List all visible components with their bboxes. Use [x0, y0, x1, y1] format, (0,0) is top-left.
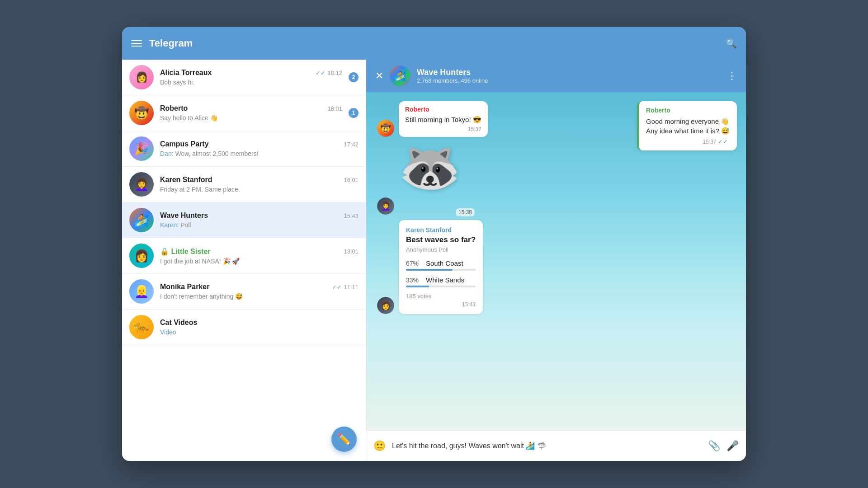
chat-item-alicia[interactable]: 👩 Alicia Torreaux ✓✓18:12 Bob says hi. 2 — [122, 60, 366, 95]
message-avatar: 👩 — [377, 297, 394, 314]
close-button[interactable]: ✕ — [375, 70, 383, 82]
chat-info: Karen Stanford 16:01 Friday at 2 PM. Sam… — [160, 176, 359, 193]
chat-preview: Bob says hi. — [160, 79, 342, 86]
app-header: Telegram 🔍 — [122, 27, 746, 60]
chat-item-campus[interactable]: 🎉 Campus Party 17:42 Dan: Wow, almost 2,… — [122, 131, 366, 167]
chat-preview: Say hello to Alice 👋 — [160, 114, 342, 122]
attach-button[interactable]: 📎 — [708, 440, 720, 452]
message-time: 15:37 — [405, 126, 481, 132]
search-icon[interactable]: 🔍 — [726, 38, 737, 49]
chat-preview: Dan: Wow, almost 2,500 members! — [160, 150, 359, 157]
message-sender: Roberto — [405, 106, 481, 113]
poll-subtitle: Anonymous Poll — [406, 246, 476, 253]
chat-preview: Karen: Poll — [160, 221, 359, 229]
poll-title: Best waves so far? — [406, 235, 476, 244]
chat-time: 18:01 — [327, 105, 342, 112]
chat-name: 🔒 Little Sister — [160, 247, 211, 256]
sidebar: 👩 Alicia Torreaux ✓✓18:12 Bob says hi. 2… — [122, 60, 366, 461]
group-name: Wave Hunters — [417, 68, 721, 77]
chat-time: 13:01 — [344, 248, 359, 255]
chat-topbar: ✕ 🏄 Wave Hunters 2,768 members, 496 onli… — [366, 60, 746, 92]
message-input[interactable] — [392, 442, 702, 450]
input-bar: 🙂 📎 🎤 — [366, 430, 746, 461]
chat-name: Roberto — [160, 104, 188, 113]
avatar: 🎉 — [129, 136, 154, 161]
chat-info: Wave Hunters 15:43 Karen: Poll — [160, 211, 359, 229]
poll-votes: 185 votes — [406, 293, 476, 300]
chat-name: Campus Party — [160, 140, 209, 148]
poll-option: 33% White Sands — [406, 276, 476, 287]
group-avatar: 🏄 — [390, 66, 410, 86]
chat-info: Roberto 18:01 Say hello to Alice 👋 — [160, 104, 342, 122]
poll-time: 15:43 — [406, 301, 476, 308]
chat-preview: I don't remember anything 😅 — [160, 293, 359, 300]
avatar: 👱‍♀️ — [129, 279, 154, 304]
chat-time: ✓✓11:11 — [332, 284, 359, 291]
chat-name: Monika Parker — [160, 283, 209, 291]
emoji-button[interactable]: 🙂 — [373, 440, 386, 452]
chat-info: 🔒 Little Sister 13:01 I got the job at N… — [160, 247, 359, 265]
message-avatar: 👩‍🦱 — [377, 197, 394, 215]
more-options-icon[interactable]: ⋮ — [727, 70, 737, 82]
avatar: 🐆 — [129, 315, 154, 339]
chat-info: Alicia Torreaux ✓✓18:12 Bob says hi. — [160, 69, 342, 86]
chat-item-monika[interactable]: 👱‍♀️ Monika Parker ✓✓11:11 I don't remem… — [122, 274, 366, 310]
quoted-text: Good morning everyone 👋Any idea what tim… — [646, 117, 730, 136]
message-avatar: 🤠 — [377, 120, 394, 137]
chat-item-roberto[interactable]: 🤠 Roberto 18:01 Say hello to Alice 👋 1 — [122, 95, 366, 131]
sticker-time: 15:38 — [456, 208, 475, 216]
poll-bubble: Karen Stanford Best waves so far? Anonym… — [399, 220, 483, 314]
avatar: 🏄 — [129, 208, 154, 232]
group-info: Wave Hunters 2,768 members, 496 online — [417, 68, 721, 84]
avatar: 🤠 — [129, 101, 154, 125]
poll-pct: 67% — [406, 260, 422, 267]
poll-pct: 33% — [406, 277, 422, 284]
unread-badge: 1 — [349, 108, 359, 118]
poll-option: 67% South Coast — [406, 259, 476, 271]
avatar: 👩‍🦱 — [129, 172, 154, 197]
chat-item-catvideos[interactable]: 🐆 Cat Videos Video — [122, 310, 366, 345]
quoted-time: 15:37 ✓✓ — [646, 138, 730, 145]
app-window: Telegram 🔍 👩 Alicia Torreaux ✓✓18:12 Bob… — [122, 27, 746, 461]
sticker: 🦝 15:38 — [399, 142, 471, 215]
poll-label: South Coast — [426, 259, 463, 267]
chat-list: 👩 Alicia Torreaux ✓✓18:12 Bob says hi. 2… — [122, 60, 366, 461]
chat-name: Alicia Torreaux — [160, 69, 212, 77]
chat-time: ✓✓18:12 — [316, 70, 342, 76]
avatar: 👩 — [129, 65, 154, 89]
chat-time: 16:01 — [344, 177, 359, 183]
message-bubble: Roberto Still morning in Tokyo! 😎 15:37 — [399, 101, 488, 137]
chat-info: Monika Parker ✓✓11:11 I don't remember a… — [160, 283, 359, 300]
avatar: 👩 — [129, 244, 154, 268]
chat-background: 🤠 Roberto Still morning in Tokyo! 😎 15:3… — [366, 92, 746, 430]
menu-icon[interactable] — [131, 40, 142, 47]
chat-item-littlesister[interactable]: 👩 🔒 Little Sister 13:01 I got the job at… — [122, 238, 366, 274]
chat-item-wavehunters[interactable]: 🏄 Wave Hunters 15:43 Karen: Poll — [122, 202, 366, 238]
chat-preview: Friday at 2 PM. Same place. — [160, 186, 359, 193]
app-body: 👩 Alicia Torreaux ✓✓18:12 Bob says hi. 2… — [122, 60, 746, 461]
chat-preview: Video — [160, 328, 359, 336]
chat-time: 17:42 — [344, 141, 359, 148]
poll-label: White Sands — [426, 276, 464, 284]
chat-time: 15:43 — [344, 212, 359, 219]
chat-info: Cat Videos Video — [160, 319, 359, 336]
chat-item-karen[interactable]: 👩‍🦱 Karen Stanford 16:01 Friday at 2 PM.… — [122, 167, 366, 202]
chat-name: Cat Videos — [160, 319, 197, 327]
sticker-row: 👩‍🦱 🦝 15:38 — [377, 142, 735, 215]
message-text: Still morning in Tokyo! 😎 — [405, 115, 481, 124]
compose-button[interactable]: ✏️ — [331, 427, 357, 452]
app-title: Telegram — [149, 38, 718, 49]
group-meta: 2,768 members, 496 online — [417, 77, 721, 84]
mic-button[interactable]: 🎤 — [726, 440, 739, 452]
poll-sender: Karen Stanford — [406, 226, 476, 234]
quoted-message: Roberto Good morning everyone 👋Any idea … — [637, 101, 737, 150]
quoted-sender: Roberto — [646, 107, 730, 114]
chat-info: Campus Party 17:42 Dan: Wow, almost 2,50… — [160, 140, 359, 157]
unread-badge: 2 — [349, 72, 359, 82]
chat-name: Wave Hunters — [160, 211, 208, 220]
chat-name: Karen Stanford — [160, 176, 212, 184]
chat-area: ✕ 🏄 Wave Hunters 2,768 members, 496 onli… — [366, 60, 746, 461]
chat-preview: I got the job at NASA! 🎉 🚀 — [160, 258, 359, 265]
poll-row: 👩 Karen Stanford Best waves so far? Anon… — [377, 220, 735, 314]
